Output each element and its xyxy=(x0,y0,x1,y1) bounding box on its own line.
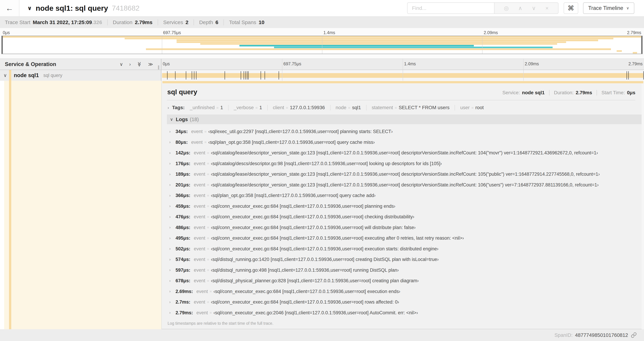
collapse-one-icon[interactable]: ∨ xyxy=(120,62,123,67)
range-handle-left[interactable] xyxy=(2,36,3,54)
log-marker-tick xyxy=(186,71,186,80)
equals-sign: = xyxy=(204,140,206,144)
expand-icon[interactable]: › xyxy=(169,129,174,134)
summary-item: Total Spans 10 xyxy=(224,20,264,25)
axis-tick-label: 1.4ms xyxy=(322,30,335,35)
view-selector-button[interactable]: Trace Timeline ∨ xyxy=(583,3,634,14)
expand-icon[interactable]: › xyxy=(169,300,174,304)
log-row[interactable]: › 495μs: event = ‹sql/conn_executor_exec… xyxy=(169,233,642,244)
span-collapse-icon[interactable]: ∨ xyxy=(4,73,7,78)
log-timestamp: 678μs: xyxy=(176,278,190,283)
expand-icon[interactable]: › xyxy=(168,105,169,110)
log-row[interactable]: › 574μs: event = ‹sql/distsql_running.go… xyxy=(169,254,642,265)
log-timestamp: 486μs: xyxy=(176,225,190,230)
span-id-label: SpanID: xyxy=(554,332,573,338)
equals-sign: = xyxy=(286,106,288,110)
equals-sign: = xyxy=(207,247,209,251)
collapse-all-icon[interactable]: ≫ xyxy=(137,62,142,67)
next-match-icon[interactable]: ∨ xyxy=(532,5,536,12)
log-row[interactable]: › 366μs: event = ‹sql/plan_opt.go:358 [n… xyxy=(169,190,642,201)
log-field-value: ‹sql/catalog/lease/descriptor_version_st… xyxy=(211,182,599,188)
equals-sign: = xyxy=(207,172,209,176)
log-row[interactable]: › 34μs: event = ‹sql/exec_util.go:2297 [… xyxy=(169,126,642,137)
meta-item: Start Time: 0μs xyxy=(596,90,635,96)
span-row-timeline xyxy=(161,70,644,81)
log-field-value: ‹sql/conn_executor_exec.go:684 [nsql1,cl… xyxy=(211,204,396,209)
log-row[interactable]: › 189μs: event = ‹sql/catalog/lease/desc… xyxy=(169,169,642,180)
log-row[interactable]: › 142μs: event = ‹sql/catalog/lease/desc… xyxy=(169,148,642,158)
expand-icon[interactable]: › xyxy=(169,225,174,230)
expand-icon[interactable]: › xyxy=(169,172,174,177)
back-button[interactable]: ← xyxy=(0,0,20,16)
range-handle-right[interactable] xyxy=(641,36,642,54)
header-controls: ◎ ∧ ∨ × ⌘ Trace Timeline ∨ xyxy=(407,0,644,16)
expand-icon[interactable]: › xyxy=(169,236,174,240)
axis-tick-label: 0μs xyxy=(161,61,170,66)
log-field-key: event xyxy=(191,129,203,134)
span-row[interactable]: ∨ node sql1 sql query xyxy=(0,70,644,81)
expand-icon[interactable]: › xyxy=(169,257,174,262)
log-timestamp: 495μs: xyxy=(176,235,190,241)
log-marker-tick xyxy=(247,71,248,80)
log-row[interactable]: › 176μs: event = ‹sql/catalog/descs/desc… xyxy=(169,158,642,169)
tags-row[interactable]: › Tags: _unfinished = 1 _verbose xyxy=(167,100,642,112)
log-row[interactable]: › 2.7ms: event = ‹sql/conn_executor_exec… xyxy=(169,297,642,307)
expand-icon[interactable]: › xyxy=(169,183,174,187)
keyboard-shortcuts-button[interactable]: ⌘ xyxy=(564,3,578,14)
log-row[interactable]: › 80μs: event = ‹sql/plan_opt.go:358 [ns… xyxy=(169,137,642,148)
expand-icon[interactable]: › xyxy=(169,268,174,272)
span-row-name-cell[interactable]: ∨ node sql1 sql query xyxy=(0,70,161,81)
expand-icon[interactable]: › xyxy=(169,215,174,219)
expand-icon[interactable]: › xyxy=(169,310,174,315)
log-row[interactable]: › 502μs: event = ‹sql/conn_executor_exec… xyxy=(169,244,642,254)
expand-icon[interactable]: › xyxy=(169,193,174,198)
log-row[interactable]: › 2.79ms: event = ‹sql/conn_executor_exe… xyxy=(169,307,642,318)
span-operation-title: sql query xyxy=(167,88,197,96)
log-row[interactable]: › 2.69ms: event = ‹sql/conn_executor_exe… xyxy=(169,286,642,297)
minimap-canvas[interactable] xyxy=(2,36,642,54)
log-row[interactable]: › 486μs: event = ‹sql/conn_executor_exec… xyxy=(169,222,642,233)
collapse-icon[interactable]: ∨ xyxy=(170,117,173,122)
expand-one-icon[interactable]: › xyxy=(129,62,131,67)
log-row[interactable]: › 678μs: event = ‹sql/distsql_physical_p… xyxy=(169,275,642,286)
summary-item: Services 2 xyxy=(158,20,188,25)
find-input[interactable] xyxy=(407,3,494,14)
log-timestamp: 476μs: xyxy=(176,214,190,220)
log-row[interactable]: › 459μs: event = ‹sql/conn_executor_exec… xyxy=(169,201,642,212)
expand-icon[interactable]: › xyxy=(169,289,174,294)
page-title: node sql1: sql query xyxy=(36,4,108,13)
log-row[interactable]: › 201μs: event = ‹sql/catalog/lease/desc… xyxy=(169,180,642,190)
selected-span-bar[interactable] xyxy=(162,81,643,83)
expand-icon[interactable]: › xyxy=(169,204,174,208)
log-field-value: ‹sql/conn_executor_exec.go:684 [nsql1,cl… xyxy=(211,246,438,252)
trace-collapse-icon[interactable]: ∨ xyxy=(27,5,32,12)
equals-sign: = xyxy=(207,183,209,187)
log-row[interactable]: › 476μs: event = ‹sql/conn_executor_exec… xyxy=(169,212,642,222)
tag-item: node = sql1 xyxy=(330,105,361,110)
span-graph-minimap: 0μs697.75μs1.4ms2.09ms2.79ms xyxy=(0,28,644,59)
equals-sign: = xyxy=(207,257,209,262)
tag-item: user = root xyxy=(454,105,484,110)
logs-header[interactable]: ∨ Logs (18) xyxy=(167,115,642,124)
summary-label: Trace Start xyxy=(5,20,30,25)
expand-icon[interactable]: › xyxy=(169,161,174,166)
expand-all-icon[interactable]: ≫ xyxy=(148,62,153,67)
log-field-value: ‹sql/catalog/lease/descriptor_version_st… xyxy=(211,150,598,156)
link-icon[interactable] xyxy=(631,332,637,338)
clear-search-icon[interactable]: × xyxy=(545,5,548,12)
column-resizer-grip[interactable]: ∥ xyxy=(158,65,160,70)
log-timestamp: 597μs: xyxy=(176,267,190,273)
detail-card-header: sql query Service: node sql1 Duration: 2… xyxy=(167,84,642,96)
log-field-key: event xyxy=(194,257,205,262)
log-row[interactable]: › 597μs: event = ‹sql/distsql_running.go… xyxy=(169,265,642,276)
equals-sign: = xyxy=(255,106,258,110)
match-target-icon[interactable]: ◎ xyxy=(504,5,509,12)
log-field-value: ‹sql/catalog/descs/descriptor.go:98 [nsq… xyxy=(211,161,442,166)
expand-icon[interactable]: › xyxy=(169,151,174,155)
tags-list: _unfinished = 1 _verbose = 1 xyxy=(185,105,484,110)
prev-match-icon[interactable]: ∧ xyxy=(518,5,522,12)
expand-icon[interactable]: › xyxy=(169,279,174,283)
log-timestamp: 574μs: xyxy=(176,257,190,262)
expand-icon[interactable]: › xyxy=(169,247,174,251)
expand-icon[interactable]: › xyxy=(169,140,174,145)
